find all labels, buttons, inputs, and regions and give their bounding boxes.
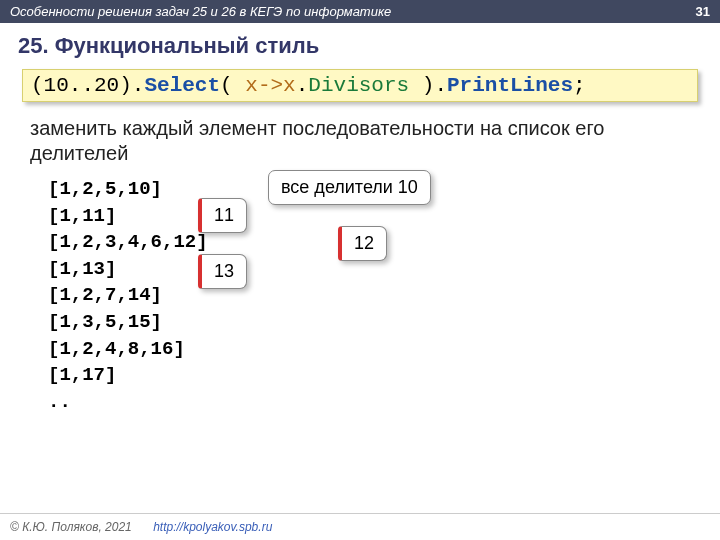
callout-13: 13 [198,254,247,289]
output-line: [1,2,4,8,16] [48,336,690,363]
footer-link: http://kpolyakov.spb.ru [153,520,272,534]
code-dot3: . [434,74,447,97]
callout-12: 12 [338,226,387,261]
output-line: [1,17] [48,362,690,389]
code-select: Select [144,74,220,97]
footer-copyright: © К.Ю. Поляков, 2021 [10,520,132,534]
code-range: (10..20) [31,74,132,97]
code-semi: ; [573,74,586,97]
code-printlines: PrintLines [447,74,573,97]
output-line: [1,2,7,14] [48,282,690,309]
slide-title: 25. Функциональный стиль [0,23,720,69]
slide-footer: © К.Ю. Поляков, 2021 http://kpolyakov.sp… [0,513,720,540]
output-line: .. [48,389,690,416]
header-subject: Особенности решения задач 25 и 26 в КЕГЭ… [10,4,391,19]
code-lambda-var2: x [283,74,296,97]
slide-header: Особенности решения задач 25 и 26 в КЕГЭ… [0,0,720,23]
code-open: ( [220,74,245,97]
callout-all-divisors-10: все делители 10 [268,170,431,205]
page-number: 31 [696,4,710,19]
code-box: (10..20).Select( x->x.Divisors ).PrintLi… [22,69,698,102]
code-divisors: Divisors [308,74,409,97]
output-line: [1,3,5,15] [48,309,690,336]
explanation-text: заменить каждый элемент последовательнос… [30,116,690,166]
code-dot2: . [296,74,309,97]
code-close: ) [409,74,434,97]
code-arrow: -> [258,74,283,97]
callout-11: 11 [198,198,247,233]
output-area: [1,2,5,10] [1,11] [1,2,3,4,6,12] [1,13] … [48,176,690,415]
code-dot: . [132,74,145,97]
code-lambda-lhs: x [245,74,258,97]
